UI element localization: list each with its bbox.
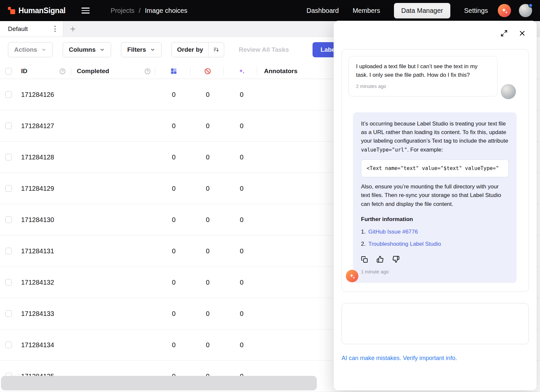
sparkle-icon — [501, 7, 508, 14]
actions-label: Actions — [14, 46, 37, 53]
filters-label: Filters — [127, 46, 146, 53]
breadcrumb-current: Image choices — [145, 7, 187, 14]
row-checkbox[interactable] — [5, 248, 12, 254]
inline-code: valueType="url" — [361, 147, 407, 153]
humansignal-logo-icon — [8, 7, 15, 14]
cell-task-id: 171284133 — [21, 298, 54, 329]
cell-cancelled-count: 0 — [201, 298, 214, 329]
cancelled-annotations-icon[interactable] — [204, 68, 211, 75]
cell-annotations-count: 0 — [167, 298, 180, 329]
cell-predictions-count: 0 — [235, 173, 248, 204]
nav-members[interactable]: Members — [353, 7, 380, 14]
ai-message-avatar — [346, 270, 358, 282]
cell-annotations-count: 0 — [167, 142, 180, 173]
horizontal-scrollbar-thumb[interactable] — [1, 376, 317, 390]
tab-menu-icon[interactable] — [52, 24, 58, 33]
breadcrumb-separator: / — [139, 7, 141, 14]
hamburger-menu-icon[interactable] — [81, 8, 90, 14]
row-checkbox[interactable] — [5, 310, 12, 317]
sparkle-icon — [349, 273, 355, 279]
cell-cancelled-count: 0 — [201, 173, 214, 204]
cell-cancelled-count: 0 — [201, 267, 214, 298]
copy-icon — [361, 256, 368, 263]
column-header-annotators[interactable]: Annotators — [264, 63, 297, 79]
user-avatar[interactable] — [519, 4, 532, 17]
reference-link-github-issue[interactable]: GitHub Issue #6776 — [368, 228, 418, 236]
user-message-avatar — [501, 84, 516, 99]
ai-assistant-button[interactable] — [498, 4, 511, 17]
ai-message-intro: It’s occurring because Label Studio is t… — [361, 120, 509, 154]
help-icon[interactable] — [144, 68, 151, 74]
expand-panel-button[interactable] — [500, 29, 508, 37]
thumbs-down-button[interactable] — [392, 256, 400, 263]
select-all-checkbox[interactable] — [5, 68, 12, 74]
nav-data-manager[interactable]: Data Manager — [394, 3, 450, 18]
breadcrumb: Projects / Image choices — [111, 7, 188, 14]
filters-button[interactable]: Filters — [121, 42, 162, 57]
thumbs-down-icon — [392, 256, 400, 263]
top-navigation: HumanSignal Projects / Image choices Das… — [0, 0, 540, 21]
nav-dashboard[interactable]: Dashboard — [307, 7, 339, 14]
chevron-down-icon — [150, 47, 155, 52]
predictions-icon[interactable] — [238, 68, 245, 75]
brand-logo[interactable]: HumanSignal — [8, 6, 66, 15]
cell-cancelled-count: 0 — [201, 236, 214, 267]
review-all-tasks-button[interactable]: Review All Tasks — [239, 46, 289, 53]
add-tab-button[interactable] — [63, 21, 82, 37]
copy-message-button[interactable] — [361, 256, 368, 263]
column-header-id[interactable]: ID — [21, 63, 27, 79]
close-panel-button[interactable] — [518, 29, 526, 37]
chat-input[interactable] — [342, 303, 529, 344]
cell-annotations-count: 0 — [167, 236, 180, 267]
columns-button[interactable]: Columns — [63, 42, 111, 57]
column-divider — [190, 67, 191, 75]
cell-predictions-count: 0 — [235, 267, 248, 298]
cell-predictions-count: 0 — [235, 79, 248, 110]
cell-predictions-count: 0 — [235, 236, 248, 267]
plus-icon — [69, 25, 76, 33]
ai-disclaimer-link[interactable]: AI can make mistakes. Verify important i… — [342, 355, 457, 362]
conversation-area: I uploaded a text file but I can’t see t… — [342, 49, 529, 292]
chevron-down-icon — [100, 47, 105, 52]
close-icon — [518, 29, 526, 37]
ai-chat-panel: I uploaded a text file but I can’t see t… — [334, 21, 537, 390]
cell-predictions-count: 0 — [235, 110, 248, 142]
cell-predictions-count: 0 — [235, 142, 248, 173]
cell-annotations-count: 0 — [167, 173, 180, 204]
cell-cancelled-count: 0 — [201, 110, 214, 142]
help-icon[interactable] — [59, 68, 66, 74]
column-header-completed[interactable]: Completed — [77, 63, 109, 79]
cell-task-id: 171284129 — [21, 173, 54, 204]
order-by-label: Order by — [172, 46, 208, 53]
thumbs-up-button[interactable] — [376, 256, 384, 263]
cell-task-id: 171284127 — [21, 110, 54, 142]
row-checkbox[interactable] — [5, 91, 12, 98]
cell-task-id: 171284134 — [21, 329, 54, 361]
cell-predictions-count: 0 — [235, 204, 248, 236]
cell-task-id: 171284132 — [21, 267, 54, 298]
user-message-bubble: I uploaded a text file but I can’t see t… — [348, 56, 497, 97]
ai-message-bubble: It’s occurring because Label Studio is t… — [353, 112, 517, 283]
column-divider — [223, 67, 224, 75]
cell-task-id: 171284131 — [21, 236, 54, 267]
row-checkbox[interactable] — [5, 342, 12, 348]
sort-icon — [209, 46, 224, 53]
row-checkbox[interactable] — [5, 154, 12, 160]
tab-default[interactable]: Default — [0, 21, 63, 37]
annotations-count-icon[interactable] — [170, 68, 177, 75]
user-message-timestamp: 2 minutes ago — [356, 83, 490, 90]
reference-link-troubleshooting[interactable]: Troubleshooting Label Studio — [368, 240, 441, 248]
actions-button[interactable]: Actions — [8, 42, 53, 57]
expand-icon — [500, 30, 508, 37]
row-checkbox[interactable] — [5, 216, 12, 223]
row-checkbox[interactable] — [5, 185, 12, 192]
cell-annotations-count: 0 — [167, 79, 180, 110]
user-message-text: I uploaded a text file but I can’t see t… — [356, 62, 490, 79]
cell-cancelled-count: 0 — [201, 204, 214, 236]
row-checkbox[interactable] — [5, 279, 12, 286]
columns-label: Columns — [69, 46, 96, 53]
nav-settings[interactable]: Settings — [464, 7, 488, 14]
row-checkbox[interactable] — [5, 123, 12, 129]
order-by-button[interactable]: Order by — [171, 42, 224, 57]
breadcrumb-projects[interactable]: Projects — [111, 7, 135, 14]
